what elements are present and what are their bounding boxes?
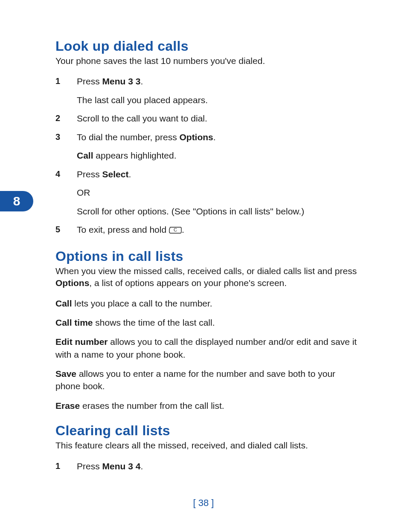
section-options-in-call-lists: Options in call lists When you view the … <box>55 249 360 412</box>
option-description: Erase erases the number from the call li… <box>55 399 360 412</box>
section-heading: Look up dialed calls <box>55 38 360 54</box>
step-number: 1 <box>55 75 77 107</box>
section-heading: Clearing call lists <box>55 423 360 439</box>
steps-list: 1Press Menu 3 3.The last call you placed… <box>55 75 360 237</box>
step-body: To exit, press and hold C. <box>77 223 360 237</box>
step-line: To dial the number, press Options. <box>77 130 360 144</box>
option-description: Call lets you place a call to the number… <box>55 297 360 309</box>
step-number: 4 <box>55 168 77 218</box>
step-item: 4Press Select.ORScroll for other options… <box>55 168 360 218</box>
step-body: Press Menu 3 3.The last call you placed … <box>77 75 360 107</box>
page-content: Look up dialed calls Your phone saves th… <box>0 0 407 509</box>
section-heading: Options in call lists <box>55 249 360 264</box>
section-look-up-dialed-calls: Look up dialed calls Your phone saves th… <box>55 38 360 237</box>
step-body: Press Select.ORScroll for other options.… <box>77 168 360 218</box>
page-number: [ 38 ] <box>0 497 407 509</box>
step-body: Press Menu 3 4. <box>77 460 360 473</box>
step-line: OR <box>77 186 360 200</box>
step-line: Call appears highlighted. <box>77 149 360 162</box>
step-item: 1Press Menu 3 4. <box>55 460 360 473</box>
step-line: Press Menu 3 3. <box>77 75 360 88</box>
step-number: 1 <box>55 460 77 473</box>
step-number: 2 <box>55 112 77 125</box>
step-body: To dial the number, press Options.Call a… <box>77 130 360 162</box>
step-item: 2Scroll to the call you want to dial. <box>55 112 360 125</box>
chapter-tab: 8 <box>0 191 33 211</box>
step-line: The last call you placed appears. <box>77 93 360 107</box>
option-description: Call time shows the time of the last cal… <box>55 316 360 329</box>
step-item: 5To exit, press and hold C. <box>55 223 360 237</box>
step-line: Scroll for other options. (See "Options … <box>77 205 360 218</box>
step-line: Scroll to the call you want to dial. <box>77 112 360 125</box>
step-number: 5 <box>55 223 77 237</box>
option-description: Save allows you to enter a name for the … <box>55 367 360 393</box>
c-key-icon: C <box>169 224 182 237</box>
step-line: Press Select. <box>77 168 360 181</box>
step-body: Scroll to the call you want to dial. <box>77 112 360 125</box>
section-intro: When you view the missed calls, received… <box>55 265 360 289</box>
step-line: To exit, press and hold C. <box>77 223 360 237</box>
steps-list: 1Press Menu 3 4. <box>55 460 360 473</box>
step-number: 3 <box>55 130 77 162</box>
step-line: Press Menu 3 4. <box>77 460 360 473</box>
option-description: Edit number allows you to call the displ… <box>55 335 360 361</box>
svg-text:C: C <box>174 227 177 232</box>
section-intro: Your phone saves the last 10 numbers you… <box>55 55 360 67</box>
step-item: 1Press Menu 3 3.The last call you placed… <box>55 75 360 107</box>
step-item: 3To dial the number, press Options.Call … <box>55 130 360 162</box>
section-clearing-call-lists: Clearing call lists This feature clears … <box>55 423 360 473</box>
section-intro: This feature clears all the missed, rece… <box>55 439 360 451</box>
